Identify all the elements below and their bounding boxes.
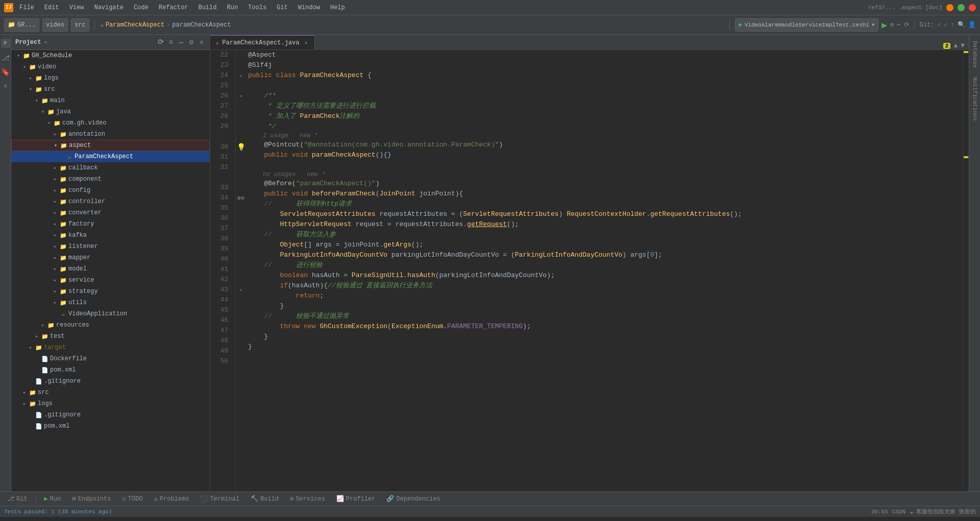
warning-up-btn[interactable]: ▲ xyxy=(953,42,958,49)
tree-item-config[interactable]: ▸ 📁 config xyxy=(11,185,210,196)
tree-item-annotation[interactable]: ▸ 📁 annotation xyxy=(11,129,210,140)
endpoints-btn[interactable]: ⊞ Endpoints xyxy=(69,494,114,504)
maximize-button[interactable] xyxy=(958,4,965,11)
tree-item-src[interactable]: ▾ 📁 src xyxy=(11,84,210,95)
build-btn[interactable]: 🔨 Build xyxy=(248,494,282,504)
tree-item-videoapplication[interactable]: ▸ ☕ VideoApplication xyxy=(11,308,210,319)
tree-item-strategy[interactable]: ▸ 📁 strategy xyxy=(11,286,210,297)
tree-item-converter[interactable]: ▸ 📁 converter xyxy=(11,207,210,218)
sidebar-icon-bookmark[interactable]: 🔖 xyxy=(1,67,10,77)
tree-item-controller[interactable]: ▸ 📁 controller xyxy=(11,196,210,207)
toolbar-icon2[interactable]: ↩ xyxy=(897,21,900,29)
panel-collapse-btn[interactable]: — xyxy=(177,38,185,46)
linenum-50: 50 xyxy=(210,356,231,366)
breadcrumb-method[interactable]: paramCheckAspect xyxy=(172,21,231,29)
tab-paramcheckaspect[interactable]: ☕ ParamCheckAspect.java ✕ xyxy=(210,35,315,49)
tree-item-target[interactable]: ▸ 📁 target xyxy=(11,342,210,353)
git-tool-btn[interactable]: ⎇ Git xyxy=(4,494,31,504)
tree-item-model[interactable]: ▸ 📁 model xyxy=(11,263,210,275)
tree-item-ghschedule[interactable]: ▾ 📁 GH_Schedule xyxy=(11,50,210,61)
tree-item-logs1[interactable]: ▸ 📁 logs xyxy=(11,72,210,84)
tree-item-resources[interactable]: ▸ 📁 resources xyxy=(11,319,210,331)
debug-gutter-icon[interactable]: ⊙ xyxy=(241,194,244,202)
tree-item-aspect[interactable]: ▾ 📁 aspect xyxy=(11,140,210,151)
run-tool-btn[interactable]: ▶ Run xyxy=(41,494,64,504)
gutter-30[interactable]: 💡 xyxy=(236,142,246,152)
tree-item-listener[interactable]: ▸ 📁 listener xyxy=(11,241,210,252)
git-check2[interactable]: ✓ xyxy=(944,21,948,29)
menu-build[interactable]: Build xyxy=(196,3,218,12)
services-btn[interactable]: ⚙ Services xyxy=(287,494,328,504)
todo-btn[interactable]: ☑ TODO xyxy=(119,494,146,504)
sidebar-icon-structure[interactable]: ≡ xyxy=(1,82,10,91)
fold-arrow-26[interactable]: ▾ xyxy=(239,93,243,100)
sidebar-icon-database[interactable]: Database xyxy=(971,39,979,70)
git-arrow[interactable]: ↑ xyxy=(951,21,954,29)
tree-item-gitignore-video[interactable]: ▸ 📄 .gitignore xyxy=(11,376,210,387)
run-button[interactable]: ▶ xyxy=(881,19,887,31)
src-btn[interactable]: src xyxy=(71,18,89,32)
close-button[interactable] xyxy=(969,4,976,11)
menu-edit[interactable]: Edit xyxy=(42,3,61,12)
menu-help[interactable]: Help xyxy=(328,3,347,12)
tab-close-btn[interactable]: ✕ xyxy=(302,39,309,46)
tree-item-component[interactable]: ▸ 📁 component xyxy=(11,173,210,185)
run-gutter-icon[interactable]: ⊕ xyxy=(237,194,241,202)
problems-btn[interactable]: ⚠ Problems xyxy=(151,494,192,504)
toolbar-icon1[interactable]: ⚙ xyxy=(890,21,894,29)
menu-navigate[interactable]: Navigate xyxy=(92,3,126,12)
bulb-icon[interactable]: 💡 xyxy=(237,143,246,152)
tree-item-callback[interactable]: ▸ 📁 callback xyxy=(11,162,210,173)
panel-sync-btn[interactable]: ⟳ xyxy=(157,38,165,46)
menu-file[interactable]: File xyxy=(17,3,36,12)
fold-arrow-43[interactable]: ▾ xyxy=(239,287,243,293)
profiler-btn[interactable]: 📈 Profiler xyxy=(333,494,379,504)
tree-item-pomxml-top[interactable]: ▸ 📄 pom.xml xyxy=(11,420,210,432)
tree-item-factory[interactable]: ▸ 📁 factory xyxy=(11,218,210,230)
dependencies-btn[interactable]: 🔗 Dependencies xyxy=(383,494,443,504)
fold-arrow-24[interactable]: ▾ xyxy=(239,72,243,79)
terminal-btn[interactable]: ⬛ Terminal xyxy=(197,494,242,504)
panel-settings-btn[interactable]: ≡ xyxy=(167,38,175,46)
panel-settings2-btn[interactable]: ⚙ xyxy=(187,38,195,46)
tree-item-kafka[interactable]: ▸ 📁 kafka xyxy=(11,230,210,241)
tree-item-mapper[interactable]: ▸ 📁 mapper xyxy=(11,252,210,263)
toolbar-user[interactable]: 👤 xyxy=(968,21,976,29)
tree-item-java[interactable]: ▾ 📁 java xyxy=(11,106,210,117)
tree-item-pomxml[interactable]: ▸ 📄 pom.xml xyxy=(11,364,210,376)
tree-item-main[interactable]: ▾ 📁 main xyxy=(11,95,210,106)
tree-item-logs2[interactable]: ▸ 📁 logs xyxy=(11,398,210,409)
tree-item-service[interactable]: ▸ 📁 service xyxy=(11,275,210,286)
git-check1[interactable]: ✓ xyxy=(937,21,941,29)
tree-item-paramcheckaspect[interactable]: ▸ ☕ ParamCheckAspect xyxy=(11,151,210,162)
menu-run[interactable]: Run xyxy=(225,3,240,12)
menu-refactor[interactable]: Refactor xyxy=(157,3,190,12)
warning-down-btn[interactable]: ▼ xyxy=(961,42,965,49)
tree-item-gitignore-top[interactable]: ▸ 📄 .gitignore xyxy=(11,409,210,420)
menu-code[interactable]: Code xyxy=(132,3,151,12)
project-btn[interactable]: 📁GR... xyxy=(4,18,39,32)
menu-git[interactable]: Git xyxy=(275,3,290,12)
tree-item-test[interactable]: ▸ 📁 test xyxy=(11,331,210,342)
menu-window[interactable]: Window xyxy=(296,3,322,12)
sidebar-icon-notifications[interactable]: Notifications xyxy=(971,75,979,123)
tree-item-comghvideo[interactable]: ▾ 📁 com.gh.video xyxy=(11,117,210,129)
panel-minimize-btn[interactable]: ✕ xyxy=(198,38,206,46)
run-config-btn[interactable]: ▶ VideoAlarmHandleServiceImplTest.ceshi … xyxy=(735,18,878,32)
tree-item-video[interactable]: ▾ 📁 video xyxy=(11,61,210,72)
menu-tools[interactable]: Tools xyxy=(246,3,268,12)
code-lines[interactable]: @Aspect @Slf4j public class ParamCheckAs… xyxy=(246,50,963,491)
video-btn[interactable]: video xyxy=(42,18,68,32)
toolbar-search[interactable]: 🔍 xyxy=(958,21,965,29)
tree-item-dockerfile[interactable]: ▸ 📄 Dockerfile xyxy=(11,353,210,364)
code-editor[interactable]: 22 23 24 25 26 27 28 29 0 30 31 32 0 33 … xyxy=(210,50,969,491)
tree-item-src2[interactable]: ▸ 📁 src xyxy=(11,387,210,398)
tree-item-utils[interactable]: ▸ 📁 utils xyxy=(11,297,210,308)
breadcrumb-aspect[interactable]: ParamCheckAspect xyxy=(106,21,164,29)
gutter-31 xyxy=(236,152,246,162)
sidebar-icon-commit[interactable]: ⎇ xyxy=(1,53,10,62)
sidebar-icon-project[interactable]: P xyxy=(1,39,10,48)
minimize-button[interactable] xyxy=(946,4,953,11)
menu-view[interactable]: View xyxy=(67,3,86,12)
toolbar-icon3[interactable]: ⟳ xyxy=(904,21,909,29)
